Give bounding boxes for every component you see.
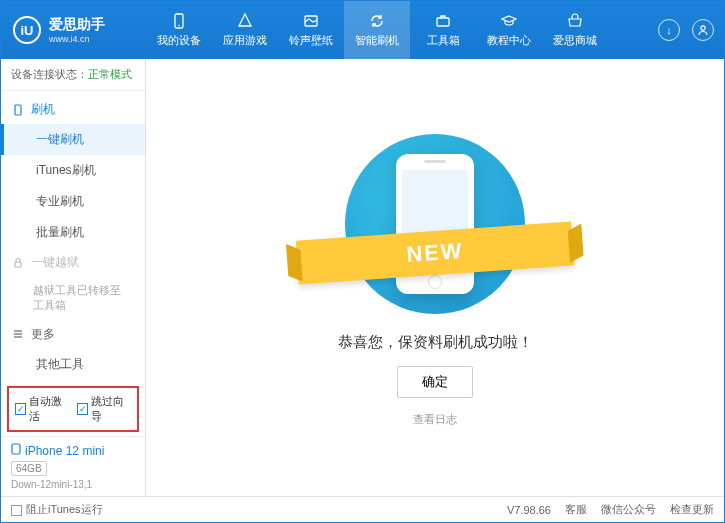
new-ribbon: NEW <box>296 221 574 284</box>
check-icon: ✓ <box>77 403 88 415</box>
graduation-icon <box>500 12 518 30</box>
nav-ringtones[interactable]: 铃声壁纸 <box>278 1 344 59</box>
version-label: V7.98.66 <box>507 504 551 516</box>
svg-rect-7 <box>12 444 20 454</box>
cat-more[interactable]: 更多 <box>1 320 145 349</box>
menu-icon <box>11 327 25 341</box>
cat-flash[interactable]: 刷机 <box>1 95 145 124</box>
wallpaper-icon <box>302 12 320 30</box>
svg-rect-6 <box>15 262 21 267</box>
sidebar: 设备连接状态：正常模式 刷机 一键刷机 iTunes刷机 专业刷机 批量刷机 一… <box>1 59 146 496</box>
nav-my-device[interactable]: 我的设备 <box>146 1 212 59</box>
main-content: NEW 恭喜您，保资料刷机成功啦！ 确定 查看日志 <box>146 59 724 496</box>
check-update-link[interactable]: 检查更新 <box>670 502 714 517</box>
apps-icon <box>236 12 254 30</box>
svg-rect-5 <box>15 105 21 115</box>
sidebar-tree: 刷机 一键刷机 iTunes刷机 专业刷机 批量刷机 一键越狱 越狱工具已转移至… <box>1 91 145 382</box>
customer-service-link[interactable]: 客服 <box>565 502 587 517</box>
download-icon[interactable]: ↓ <box>658 19 680 41</box>
connection-status: 设备连接状态：正常模式 <box>1 59 145 91</box>
sidebar-item-oneclick[interactable]: 一键刷机 <box>1 124 145 155</box>
success-text: 恭喜您，保资料刷机成功啦！ <box>338 333 533 352</box>
app-window: ⚙ ≡ ─ ☐ ✕ iU 爱思助手 www.i4.cn 我的设备 应用游戏 <box>0 0 725 523</box>
checkbox-skip-guide[interactable]: ✓ 跳过向导 <box>77 394 131 424</box>
header: iU 爱思助手 www.i4.cn 我的设备 应用游戏 铃声壁纸 智能刷机 <box>1 1 724 59</box>
device-name: iPhone 12 mini <box>11 443 135 458</box>
nav-toolbox[interactable]: 工具箱 <box>410 1 476 59</box>
phone-icon <box>170 12 188 30</box>
device-capacity: 64GB <box>11 461 47 476</box>
device-card[interactable]: iPhone 12 mini 64GB Down-12mini-13,1 <box>1 436 145 496</box>
checkbox-auto-activate[interactable]: ✓ 自动激活 <box>15 394 69 424</box>
ok-button[interactable]: 确定 <box>397 366 473 398</box>
sidebar-item-other-tools[interactable]: 其他工具 <box>1 349 145 380</box>
sidebar-item-itunes[interactable]: iTunes刷机 <box>1 155 145 186</box>
footer: 阻止iTunes运行 V7.98.66 客服 微信公众号 检查更新 <box>1 496 724 522</box>
svg-point-1 <box>178 25 180 27</box>
app-subtitle: www.i4.cn <box>49 34 105 44</box>
svg-rect-3 <box>437 18 449 26</box>
options-box: ✓ 自动激活 ✓ 跳过向导 <box>7 386 139 432</box>
sidebar-item-batch[interactable]: 批量刷机 <box>1 217 145 248</box>
logo-icon: iU <box>13 16 41 44</box>
body: 设备连接状态：正常模式 刷机 一键刷机 iTunes刷机 专业刷机 批量刷机 一… <box>1 59 724 496</box>
phone-tiny-icon <box>11 443 21 458</box>
nav-apps-games[interactable]: 应用游戏 <box>212 1 278 59</box>
svg-point-4 <box>701 26 705 30</box>
phone-small-icon <box>11 103 25 117</box>
lock-icon <box>11 256 25 270</box>
nav-tutorials[interactable]: 教程中心 <box>476 1 542 59</box>
checkbox-icon <box>11 505 22 516</box>
refresh-icon <box>368 12 386 30</box>
app-title: 爱思助手 <box>49 16 105 34</box>
toolbox-icon <box>434 12 452 30</box>
nav-smart-flash[interactable]: 智能刷机 <box>344 1 410 59</box>
header-right: ↓ <box>658 19 724 41</box>
wechat-link[interactable]: 微信公众号 <box>601 502 656 517</box>
store-icon <box>566 12 584 30</box>
device-meta: Down-12mini-13,1 <box>11 479 135 490</box>
nav-store[interactable]: 爱思商城 <box>542 1 608 59</box>
view-log-link[interactable]: 查看日志 <box>413 412 457 427</box>
user-icon[interactable] <box>692 19 714 41</box>
sidebar-item-download-fw[interactable]: 下载固件 <box>1 380 145 382</box>
illustration: NEW <box>325 129 545 319</box>
block-itunes-checkbox[interactable]: 阻止iTunes运行 <box>11 502 103 517</box>
jailbreak-note: 越狱工具已转移至 工具箱 <box>1 277 145 320</box>
check-icon: ✓ <box>15 403 26 415</box>
sidebar-item-pro[interactable]: 专业刷机 <box>1 186 145 217</box>
cat-jailbreak[interactable]: 一键越狱 <box>1 248 145 277</box>
logo[interactable]: iU 爱思助手 www.i4.cn <box>1 16 146 44</box>
main-nav: 我的设备 应用游戏 铃声壁纸 智能刷机 工具箱 教程中心 <box>146 1 608 59</box>
